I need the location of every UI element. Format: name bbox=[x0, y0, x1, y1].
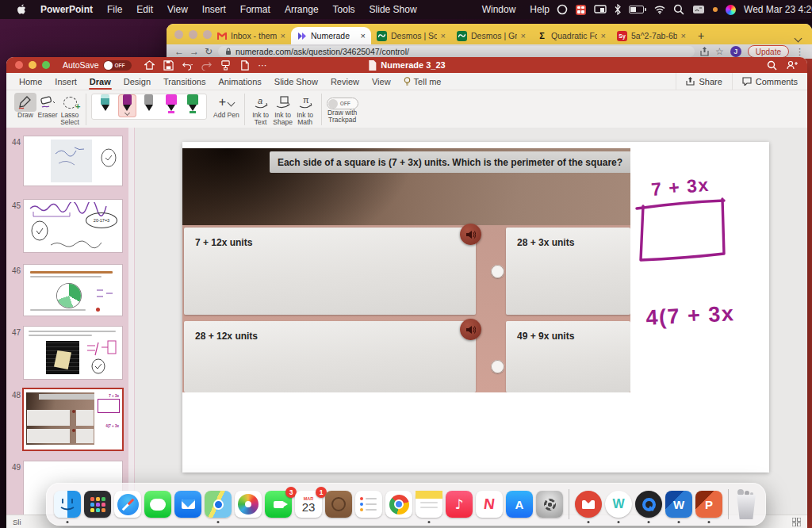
apple-menu[interactable] bbox=[10, 4, 33, 15]
tab-view[interactable]: View bbox=[366, 73, 397, 90]
url-field[interactable]: numerade.com/ask/question/34625047/contr… bbox=[218, 46, 695, 57]
undo-icon[interactable] bbox=[182, 60, 193, 71]
search-icon[interactable] bbox=[767, 60, 777, 71]
dock-maps-icon[interactable] bbox=[205, 491, 232, 518]
ink-to-math-button[interactable]: π Ink to Math bbox=[294, 90, 316, 128]
wifi-icon[interactable] bbox=[654, 4, 665, 15]
siri-icon[interactable] bbox=[726, 5, 736, 15]
menu-bar-clock[interactable]: Wed Mar 23 4:20 PM bbox=[744, 4, 812, 15]
dock-facetime-icon[interactable]: 3 bbox=[265, 491, 292, 518]
reload-icon[interactable]: ↻ bbox=[205, 47, 213, 56]
slide-thumbnail-44[interactable] bbox=[24, 136, 122, 186]
highlighter-green[interactable] bbox=[184, 94, 202, 117]
close-window-button[interactable] bbox=[15, 61, 23, 69]
close-tab-icon[interactable]: × bbox=[361, 31, 366, 40]
autosave-toggle[interactable]: OFF bbox=[103, 60, 132, 71]
dock-appstore-icon[interactable]: A bbox=[506, 491, 533, 518]
slide-thumbnail-48-selected[interactable]: 7 + 3x 4(7 + 3x bbox=[24, 389, 122, 450]
slide-thumbnail-46[interactable] bbox=[24, 265, 122, 316]
ink-expression[interactable]: 4(7 + 3x bbox=[645, 301, 735, 330]
dock-news-icon[interactable]: N bbox=[476, 491, 503, 518]
close-tab-icon[interactable]: × bbox=[281, 31, 285, 40]
close-window-button[interactable] bbox=[174, 30, 183, 39]
ink-rectangle-top[interactable] bbox=[637, 201, 724, 209]
spotlight-search-icon[interactable] bbox=[673, 4, 684, 15]
tab-tell-me[interactable]: Tell me bbox=[397, 73, 448, 90]
menu-edit[interactable]: Edit bbox=[129, 4, 160, 15]
slide-thumbnail-45[interactable]: 20-17=3 bbox=[24, 200, 122, 252]
dock-settings-icon[interactable] bbox=[536, 491, 563, 518]
tab-slide-show[interactable]: Slide Show bbox=[268, 73, 324, 90]
ink-side-label[interactable]: 7 + 3x bbox=[650, 174, 710, 200]
bookmark-star-icon[interactable]: ☆ bbox=[715, 46, 724, 57]
dock-quicktime-icon[interactable] bbox=[635, 491, 662, 518]
close-tab-icon[interactable]: × bbox=[441, 31, 446, 40]
dock-gmail-icon[interactable] bbox=[575, 491, 602, 518]
menu-insert[interactable]: Insert bbox=[195, 4, 233, 15]
tab-review[interactable]: Review bbox=[324, 73, 366, 90]
menu-format[interactable]: Format bbox=[233, 4, 278, 15]
input-source-icon[interactable] bbox=[692, 4, 705, 15]
chrome-menu-icon[interactable]: ⋮ bbox=[795, 47, 804, 57]
tab-design[interactable]: Design bbox=[117, 73, 157, 90]
add-pen-button[interactable]: + Add Pen bbox=[213, 90, 239, 128]
pen-black[interactable] bbox=[140, 94, 158, 117]
menu-file[interactable]: File bbox=[100, 4, 129, 15]
dock-safari-icon[interactable] bbox=[114, 491, 141, 518]
tab-quadratic-formula[interactable]: Σ Quadratic Formul × bbox=[531, 27, 611, 44]
dock-finder-icon[interactable] bbox=[54, 491, 81, 518]
dock-chrome-icon[interactable] bbox=[385, 491, 412, 518]
tab-draw[interactable]: Draw bbox=[83, 73, 117, 90]
menu-view[interactable]: View bbox=[160, 4, 195, 15]
tab-animations[interactable]: Animations bbox=[212, 73, 267, 90]
redo-icon[interactable] bbox=[201, 60, 212, 71]
tab-numerade[interactable]: Numerade × bbox=[291, 27, 371, 44]
pen-purple-selected[interactable] bbox=[118, 94, 136, 117]
pen-options-chevron-icon[interactable] bbox=[125, 104, 129, 118]
slide-sorter-view-icon[interactable] bbox=[792, 518, 801, 526]
tab-inbox[interactable]: Inbox - themiddl × bbox=[211, 27, 291, 44]
new-tab-button[interactable]: + bbox=[691, 27, 710, 44]
new-document-icon[interactable] bbox=[239, 60, 250, 71]
tab-symbolab[interactable]: Sy 5a^2-7ab-6b^2 × bbox=[611, 27, 691, 44]
menu-tools[interactable]: Tools bbox=[326, 4, 362, 15]
profile-avatar[interactable]: J bbox=[730, 46, 741, 57]
close-tab-icon[interactable]: × bbox=[681, 31, 686, 40]
battery-icon[interactable] bbox=[629, 6, 646, 13]
trackpad-toggle[interactable]: OFF bbox=[327, 98, 358, 109]
menu-slide-show[interactable]: Slide Show bbox=[362, 4, 424, 15]
tab-desmos-graphing[interactable]: Desmos | Graphi × bbox=[451, 27, 531, 44]
slide-thumbnail-47[interactable] bbox=[24, 327, 122, 379]
menu-arrange[interactable]: Arrange bbox=[278, 4, 326, 15]
dock-photos-icon[interactable] bbox=[235, 491, 262, 518]
minimize-window-button[interactable] bbox=[29, 61, 36, 69]
minimize-window-button[interactable] bbox=[189, 30, 197, 39]
tab-search-chevron-icon[interactable] bbox=[795, 30, 801, 44]
dock-messages-icon[interactable] bbox=[144, 491, 171, 518]
presence-icon[interactable] bbox=[787, 60, 798, 70]
ink-to-text-button[interactable]: a Ink to Text bbox=[250, 90, 272, 128]
dock-launchpad-icon[interactable] bbox=[84, 491, 111, 518]
menu-help[interactable]: Help bbox=[523, 4, 557, 15]
dock-word-icon[interactable]: W bbox=[665, 491, 692, 518]
zoom-window-button[interactable] bbox=[42, 61, 50, 69]
bluetooth-icon[interactable] bbox=[615, 4, 621, 15]
home-icon[interactable] bbox=[144, 60, 155, 71]
share-button[interactable]: Share bbox=[676, 73, 731, 90]
dock-trash-icon[interactable] bbox=[734, 488, 758, 520]
draw-with-trackpad-control[interactable]: OFF Draw with Trackpad bbox=[327, 90, 358, 128]
back-icon[interactable]: ← bbox=[174, 47, 184, 56]
dock-notes-icon[interactable] bbox=[416, 491, 442, 518]
dock-calendar-icon[interactable]: MAR231 bbox=[295, 491, 322, 518]
close-tab-icon[interactable]: × bbox=[601, 31, 606, 40]
ink-to-shape-button[interactable]: Ink to Shape bbox=[272, 90, 294, 128]
save-icon[interactable] bbox=[163, 60, 174, 71]
dock-contacts-icon[interactable] bbox=[325, 491, 352, 518]
forward-icon[interactable]: → bbox=[190, 47, 199, 56]
dropbox-status-icon[interactable] bbox=[576, 5, 586, 15]
dock-powerpoint-icon[interactable]: P bbox=[695, 491, 722, 518]
tab-home[interactable]: Home bbox=[13, 73, 48, 90]
lasso-select-button[interactable]: + Lasso Select bbox=[59, 90, 81, 128]
more-commands-icon[interactable]: ⋯ bbox=[259, 60, 267, 71]
ink-rectangle[interactable] bbox=[641, 199, 724, 260]
